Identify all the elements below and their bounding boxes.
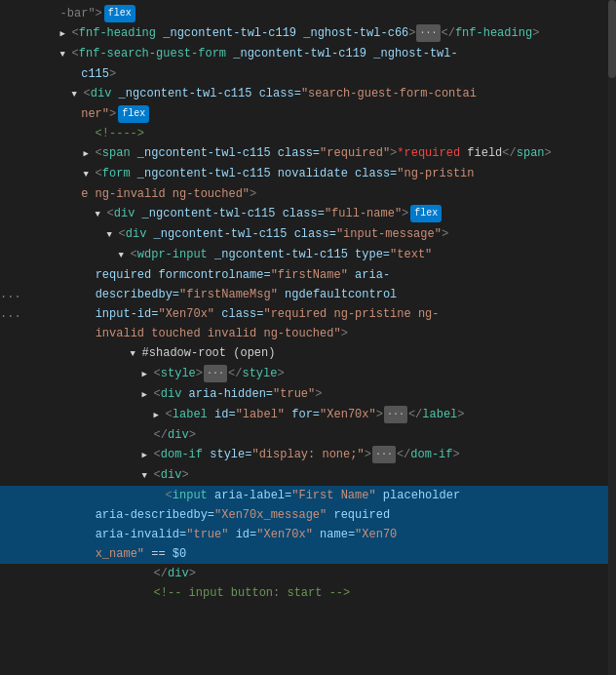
tag-bracket-segment: < bbox=[166, 409, 173, 422]
tree-toggle[interactable] bbox=[107, 225, 119, 244]
tag-bracket-segment: > bbox=[376, 409, 383, 422]
line-gutter bbox=[0, 225, 25, 243]
tree-toggle[interactable] bbox=[142, 385, 154, 404]
ellipsis-toggle[interactable]: ··· bbox=[416, 24, 440, 42]
attr-value-segment: "search-guest-form-contai bbox=[301, 87, 477, 100]
dom-line[interactable]: -bar">flex bbox=[0, 4, 616, 23]
flex-badge[interactable]: flex bbox=[410, 205, 442, 222]
tag-bracket-segment: > bbox=[109, 107, 116, 121]
dom-line[interactable]: </div> bbox=[0, 425, 616, 445]
line-gutter: ... bbox=[0, 305, 25, 323]
scrollbar-thumb[interactable] bbox=[608, 0, 616, 78]
dom-line[interactable]: <style>···</style> bbox=[0, 364, 616, 384]
attr-name-segment: aria-label= bbox=[208, 489, 291, 502]
devtools-panel[interactable]: -bar">flex <fnf-heading _ngcontent-twl-c… bbox=[0, 0, 616, 675]
tree-toggle[interactable] bbox=[142, 365, 154, 383]
dom-line[interactable]: <input aria-label="First Name" placehold… bbox=[0, 486, 616, 505]
dom-line[interactable]: c115> bbox=[0, 64, 616, 84]
line-content: <dom-if style="display: none;">···</dom-… bbox=[154, 446, 616, 463]
dom-line[interactable]: <div aria-hidden="true"> bbox=[0, 384, 616, 405]
ellipsis-toggle[interactable]: ··· bbox=[204, 365, 227, 382]
scrollbar[interactable] bbox=[608, 0, 616, 675]
line-content: <form _ngcontent-twl-c115 novalidate cla… bbox=[96, 165, 616, 182]
line-gutter bbox=[0, 545, 25, 563]
dom-line[interactable]: e ng-invalid ng-touched"> bbox=[0, 184, 616, 204]
line-content: <div> bbox=[154, 466, 616, 484]
attr-name-segment: _ngcontent-twl-c115 bbox=[131, 146, 271, 160]
attr-name-segment: id= bbox=[208, 409, 236, 422]
tree-toggle[interactable] bbox=[142, 446, 154, 464]
tree-toggle[interactable] bbox=[84, 144, 96, 163]
dom-line[interactable]: ner">flex bbox=[0, 104, 616, 124]
equals-segment: == bbox=[151, 547, 173, 561]
dom-line[interactable]: <fnf-heading _ngcontent-twl-c119 _nghost… bbox=[0, 23, 616, 44]
dom-line[interactable]: <wdpr-input _ngcontent-twl-c115 type="te… bbox=[0, 245, 616, 265]
tree-toggle[interactable] bbox=[142, 466, 154, 485]
tag-name-segment: div bbox=[161, 387, 182, 401]
dom-line[interactable]: invalid touched invalid ng-touched"> bbox=[0, 324, 616, 343]
tag-bracket-segment: < bbox=[119, 227, 126, 241]
dom-line[interactable]: required formcontrolname="firstName" ari… bbox=[0, 265, 616, 285]
attr-name-segment: _nghost-twl- bbox=[366, 47, 458, 60]
dom-line[interactable]: <div> bbox=[0, 465, 616, 486]
dom-line[interactable]: aria-describedby="Xen70x_message" requir… bbox=[0, 505, 616, 525]
tag-bracket-segment: > bbox=[341, 327, 348, 340]
tag-bracket-segment: > bbox=[315, 387, 322, 401]
dom-line[interactable]: <div _ngcontent-twl-c115 class="input-me… bbox=[0, 224, 616, 245]
tag-bracket-segment: > bbox=[408, 26, 415, 40]
dom-line[interactable]: <!-- input button: start --> bbox=[0, 583, 616, 603]
attr-name-segment: _ngcontent-twl-c115 bbox=[131, 167, 271, 180]
dom-line[interactable]: <fnf-search-guest-form _ngcontent-twl-c1… bbox=[0, 44, 616, 64]
attr-name-segment: input-id= bbox=[25, 307, 159, 321]
line-content: describedby="firstNameMsg" ngdefaultcont… bbox=[25, 286, 616, 303]
tag-bracket-segment: > bbox=[532, 26, 539, 40]
dom-line[interactable]: <label id="label" for="Xen70x">···</labe… bbox=[0, 405, 616, 425]
line-gutter bbox=[0, 5, 25, 22]
tree-toggle[interactable] bbox=[60, 24, 72, 43]
line-content: </div> bbox=[154, 426, 616, 444]
line-gutter bbox=[0, 45, 25, 62]
tree-toggle[interactable] bbox=[72, 85, 84, 103]
dom-line[interactable]: #shadow-root (open) bbox=[0, 343, 616, 364]
tag-bracket-segment: < bbox=[154, 468, 161, 482]
dom-line[interactable]: </div> bbox=[0, 564, 616, 583]
attr-value-segment: "Xen70x" bbox=[256, 528, 313, 541]
tag-name-segment: fnf-search-guest-form bbox=[79, 47, 226, 60]
attr-name-segment: c115 bbox=[25, 67, 109, 81]
line-content: aria-describedby="Xen70x_message" requir… bbox=[25, 506, 616, 524]
flex-badge[interactable]: flex bbox=[104, 5, 135, 22]
attr-value-segment: "Xen70 bbox=[355, 528, 397, 541]
tag-name-segment: style bbox=[161, 368, 196, 381]
tree-toggle[interactable] bbox=[84, 165, 96, 183]
tag-bracket-segment: < bbox=[72, 26, 79, 40]
tree-toggle[interactable] bbox=[96, 205, 107, 223]
dom-line[interactable]: <dom-if style="display: none;">···</dom-… bbox=[0, 445, 616, 465]
tag-bracket-segment: > bbox=[189, 567, 196, 580]
tree-toggle[interactable] bbox=[154, 406, 166, 424]
flex-badge[interactable]: flex bbox=[118, 105, 149, 123]
line-gutter bbox=[0, 24, 25, 42]
attr-value-segment: "firstName" bbox=[271, 268, 348, 282]
ellipsis-toggle[interactable]: ··· bbox=[384, 406, 407, 423]
shadow-root-toggle[interactable] bbox=[131, 344, 142, 363]
tag-bracket-segment: > bbox=[365, 449, 371, 462]
dom-line[interactable]: <!----> bbox=[0, 124, 616, 143]
dom-line[interactable]: aria-invalid="true" id="Xen70x" name="Xe… bbox=[0, 525, 616, 544]
dom-line[interactable]: ... describedby="firstNameMsg" ngdefault… bbox=[0, 285, 616, 304]
line-gutter bbox=[0, 506, 25, 524]
tree-toggle[interactable] bbox=[60, 45, 72, 63]
dom-line[interactable]: <div _ngcontent-twl-c115 class="full-nam… bbox=[0, 204, 616, 224]
dom-line[interactable]: <span _ngcontent-twl-c115 class="require… bbox=[0, 143, 616, 164]
attr-name-segment: aria-describedby= bbox=[25, 508, 214, 522]
attr-value-segment: "First Name" bbox=[291, 489, 375, 502]
attr-value-segment: "Xen70x" bbox=[320, 409, 376, 422]
line-content: <div aria-hidden="true"> bbox=[154, 385, 616, 403]
dom-line[interactable]: <div _ngcontent-twl-c115 class="search-g… bbox=[0, 84, 616, 104]
tree-toggle[interactable] bbox=[119, 246, 131, 264]
ellipsis-toggle[interactable]: ··· bbox=[372, 446, 396, 463]
dom-line[interactable]: x_name" == $0 bbox=[0, 544, 616, 564]
line-content: e ng-invalid ng-touched"> bbox=[25, 185, 616, 203]
dom-line[interactable]: <form _ngcontent-twl-c115 novalidate cla… bbox=[0, 164, 616, 184]
dom-line[interactable]: ... input-id="Xen70x" class="required ng… bbox=[0, 304, 616, 324]
line-content: c115> bbox=[25, 65, 616, 83]
